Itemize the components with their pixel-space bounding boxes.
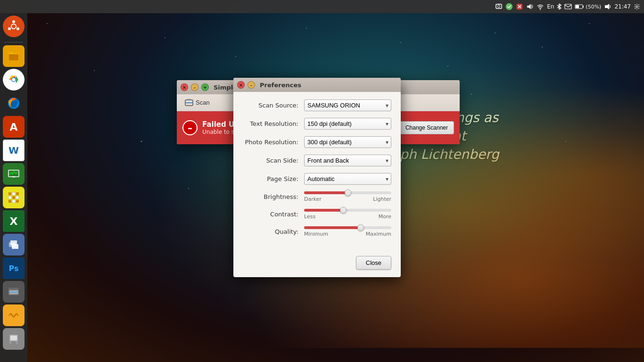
preferences-title: Preferences	[260, 82, 301, 89]
preferences-close-button[interactable]: Close	[356, 256, 391, 270]
taskbar-speaker-icon[interactable]	[526, 3, 534, 10]
simple-scan-maximize-btn[interactable]: +	[201, 83, 209, 91]
taskbar-check[interactable]	[505, 3, 513, 10]
quality-maximum-label: Maximum	[366, 231, 391, 237]
change-scanner-button[interactable]: Change Scanner	[399, 121, 454, 134]
scan-side-select[interactable]: Front Only Front and Back	[304, 155, 391, 166]
brightness-row: Brightness: Darker Lighter	[243, 191, 391, 202]
preferences-titlebar: × – Preferences	[233, 78, 401, 92]
svg-rect-31	[16, 192, 19, 195]
page-size-control: Automatic A4 Letter Legal	[304, 173, 391, 185]
launcher-ubuntu-button[interactable]	[3, 16, 25, 37]
launcher-libreoffice-writer[interactable]: W	[3, 140, 25, 161]
preferences-minimize-btn[interactable]: –	[248, 81, 255, 89]
svg-rect-48	[16, 341, 18, 344]
taskbar-volume-icon[interactable]	[604, 3, 611, 10]
scan-error-icon: –	[182, 120, 198, 135]
photo-resolution-select[interactable]: 150 dpi 300 dpi (default) 600 dpi 1200 d…	[304, 136, 391, 148]
quality-row: Quality: Minimum Maximum	[243, 226, 391, 237]
scan-source-select[interactable]: SAMSUNG ORION Flatbed ADF	[304, 99, 391, 111]
brightness-label: Brightness:	[243, 193, 304, 200]
launcher-scanner2[interactable]	[3, 328, 25, 350]
taskbar-time: 21:47	[614, 3, 631, 10]
brightness-thumb[interactable]	[345, 189, 351, 196]
preferences-dialog: × – Preferences Scan Source: SAMSUNG ORI…	[233, 78, 401, 277]
svg-rect-43	[8, 288, 19, 289]
preferences-body: Scan Source: SAMSUNG ORION Flatbed ADF T…	[233, 92, 401, 251]
launcher-system-monitor[interactable]	[3, 163, 25, 185]
launcher-photoshop[interactable]: Ps	[3, 257, 25, 279]
quality-labels: Minimum Maximum	[304, 231, 391, 237]
simple-scan-minimize-btn[interactable]: –	[191, 83, 198, 91]
text-resolution-label: Text Resolution:	[243, 120, 304, 127]
svg-rect-30	[12, 192, 15, 195]
launcher-crossword[interactable]	[3, 187, 25, 208]
launcher-spreadsheet[interactable]: X	[3, 210, 25, 232]
svg-rect-34	[16, 196, 19, 199]
text-resolution-control: 75 dpi 150 dpi (default) 300 dpi 600 dpi	[304, 118, 391, 130]
brightness-track	[304, 191, 391, 194]
svg-rect-35	[8, 200, 11, 203]
taskbar-bluetooth-icon[interactable]	[557, 3, 561, 10]
quality-label: Quality:	[243, 228, 304, 235]
svg-rect-47	[9, 341, 11, 344]
taskbar-wifi-icon[interactable]	[537, 3, 544, 10]
taskbar-close[interactable]	[516, 3, 523, 10]
contrast-less-label: Less	[304, 214, 315, 220]
svg-point-15	[12, 20, 15, 23]
page-size-row: Page Size: Automatic A4 Letter Legal	[243, 173, 391, 185]
taskbar-settings-icon[interactable]	[634, 3, 640, 10]
launcher-font-viewer[interactable]: A	[3, 116, 25, 138]
svg-point-12	[636, 6, 638, 8]
launcher-files[interactable]	[3, 45, 25, 67]
launcher-virtualbox[interactable]	[3, 234, 25, 255]
svg-point-17	[8, 27, 11, 30]
page-size-select[interactable]: Automatic A4 Letter Legal	[304, 173, 391, 185]
brightness-darker-label: Darker	[304, 196, 322, 202]
scan-side-label: Scan Side:	[243, 157, 304, 164]
svg-rect-40	[12, 244, 18, 249]
svg-point-1	[498, 5, 500, 8]
svg-point-6	[540, 9, 541, 10]
svg-rect-10	[576, 5, 579, 8]
taskbar-mail-icon[interactable]	[564, 4, 572, 9]
svg-point-16	[17, 27, 19, 30]
svg-rect-36	[12, 200, 15, 203]
preferences-close-btn[interactable]: ×	[237, 81, 245, 89]
contrast-row: Contrast: Less More	[243, 209, 391, 220]
contrast-label: Contrast:	[243, 211, 304, 218]
launcher-scanner[interactable]	[3, 281, 25, 303]
svg-point-3	[506, 3, 512, 10]
desktop: En (50%) 21:47	[0, 0, 644, 362]
scan-source-label: Scan Source:	[243, 102, 304, 109]
scan-side-control: Front Only Front and Back	[304, 155, 391, 166]
brightness-control: Darker Lighter	[304, 191, 391, 202]
contrast-more-label: More	[379, 214, 391, 220]
scan-source-row: Scan Source: SAMSUNG ORION Flatbed ADF	[243, 99, 391, 111]
svg-rect-2	[498, 4, 500, 5]
taskbar-screenshot[interactable]	[495, 3, 503, 10]
svg-rect-18	[9, 53, 18, 60]
photo-resolution-control: 150 dpi 300 dpi (default) 600 dpi 1200 d…	[304, 136, 391, 148]
taskbar-battery-icon: (50%)	[575, 4, 601, 10]
page-size-label: Page Size:	[243, 175, 304, 182]
svg-rect-26	[8, 170, 19, 177]
svg-rect-0	[496, 4, 502, 8]
quality-minimum-label: Minimum	[304, 231, 328, 237]
svg-rect-51	[187, 99, 191, 100]
quality-thumb[interactable]	[357, 224, 364, 231]
contrast-labels: Less More	[304, 214, 391, 220]
svg-rect-46	[10, 336, 17, 340]
taskbar-language[interactable]: En	[547, 3, 554, 10]
svg-rect-29	[8, 192, 11, 195]
scan-button[interactable]: Scan	[181, 97, 214, 109]
contrast-thumb[interactable]	[340, 207, 347, 214]
scan-source-control: SAMSUNG ORION Flatbed ADF	[304, 99, 391, 111]
scan-side-row: Scan Side: Front Only Front and Back	[243, 155, 391, 166]
launcher-firefox[interactable]	[3, 92, 25, 114]
text-resolution-select[interactable]: 75 dpi 150 dpi (default) 300 dpi 600 dpi	[304, 118, 391, 130]
launcher-audacity[interactable]	[3, 304, 25, 326]
launcher-chrome[interactable]	[3, 69, 25, 90]
quality-track	[304, 226, 391, 229]
simple-scan-close-btn[interactable]: ×	[181, 83, 188, 91]
